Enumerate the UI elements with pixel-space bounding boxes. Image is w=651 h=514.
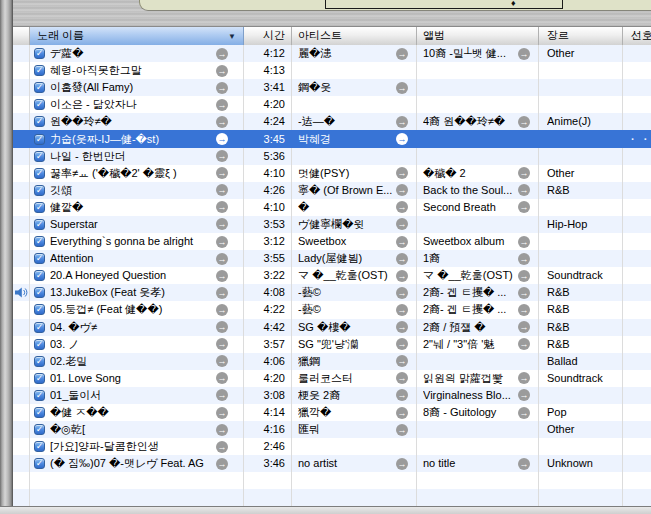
goto-arrow-icon[interactable]: → [396,304,408,316]
goto-arrow-icon[interactable]: → [216,321,228,333]
goto-arrow-icon[interactable]: → [216,355,228,367]
goto-arrow-icon[interactable]: → [216,236,228,248]
table-row[interactable]: ✓ Everything`s gonna be alright → 3:12 S… [13,233,651,250]
track-checkbox[interactable]: ✓ [34,236,45,247]
goto-arrow-icon[interactable]: → [216,99,228,111]
goto-arrow-icon[interactable]: → [518,167,530,179]
goto-arrow-icon[interactable]: → [216,116,228,128]
goto-arrow-icon[interactable]: → [396,424,408,436]
goto-arrow-icon[interactable]: → [396,321,408,333]
rating-cell[interactable] [623,319,651,336]
column-header-rating[interactable]: 선호도 [623,27,651,45]
goto-arrow-icon[interactable]: → [216,167,228,179]
goto-arrow-icon[interactable]: → [518,389,530,401]
track-checkbox[interactable]: ✓ [34,458,45,469]
table-row[interactable]: ✓ (� 짐‰)07 �-맷レヴ Feat. AG → 3:46 no arti… [13,455,651,472]
rating-cell[interactable] [623,250,651,267]
goto-arrow-icon[interactable]: → [216,48,228,60]
track-checkbox[interactable]: ✓ [34,270,45,281]
goto-arrow-icon[interactable]: → [216,372,228,384]
table-row[interactable] [13,489,651,506]
rating-cell[interactable] [623,45,651,62]
table-row[interactable]: ✓ 혜령-아직못한그말 → 4:13 → → [13,62,651,79]
table-row[interactable]: ✓ 04. �ヴ≠ → 4:42 SG �樓� → 2裔 / 預쟬 � → R&… [13,319,651,336]
goto-arrow-icon[interactable]: → [216,458,228,470]
goto-arrow-icon[interactable]: → [518,372,530,384]
goto-arrow-icon[interactable]: → [518,338,530,350]
goto-arrow-icon[interactable]: → [396,116,408,128]
track-checkbox[interactable]: ✓ [34,322,45,333]
goto-arrow-icon[interactable]: → [396,270,408,282]
rating-cell[interactable] [623,165,651,182]
track-checkbox[interactable]: ✓ [34,116,45,127]
rating-cell[interactable] [623,301,651,318]
table-row[interactable]: ✓ 01_둘이서 → 3:08 梗웃 2裔 → Virginalness Blo… [13,387,651,404]
rating-cell[interactable] [623,199,651,216]
track-checkbox[interactable]: ✓ [34,185,45,196]
playhead-diamond-icon[interactable]: ♦ [511,0,516,8]
table-row[interactable]: ✓ �健 ㅈ�� → 4:14 獵깍� → 8裔 - Guitology → P… [13,404,651,421]
table-row[interactable]: ✓ 02.老밀 → 4:06 獵鋼 → → Ballad [13,353,651,370]
table-row[interactable]: ✓ Attention → 3:55 Lady(屋健뵘) → 1裔 → [13,250,651,267]
rating-cell[interactable] [623,421,651,438]
track-checkbox[interactable]: ✓ [34,356,45,367]
goto-arrow-icon[interactable]: → [216,407,228,419]
rating-cell[interactable] [623,113,651,130]
goto-arrow-icon[interactable]: → [518,270,530,282]
goto-arrow-icon[interactable]: → [396,167,408,179]
goto-arrow-icon[interactable]: → [518,321,530,333]
goto-arrow-icon[interactable]: → [216,424,228,436]
table-row[interactable]: ✓ 03. ノ → 3:57 SG "兜'냥'灡 → 2"눼 / "3"倍 '魅… [13,336,651,353]
goto-arrow-icon[interactable]: → [216,201,228,213]
table-row[interactable]: ✓ 이소은 - 닮았자나 → 4:20 → → [13,96,651,113]
table-row[interactable] [13,472,651,489]
track-checkbox[interactable]: ✓ [34,134,45,145]
track-checkbox[interactable]: ✓ [34,99,45,110]
track-checkbox[interactable]: ✓ [34,219,45,230]
lcd-progress-scrubber[interactable] [325,0,563,9]
rating-cell[interactable] [623,233,651,250]
rating-cell[interactable] [623,96,651,113]
goto-arrow-icon[interactable]: → [396,338,408,350]
goto-arrow-icon[interactable]: → [396,287,408,299]
goto-arrow-icon[interactable]: → [518,116,530,128]
goto-arrow-icon[interactable]: → [518,287,530,299]
goto-arrow-icon[interactable]: → [396,201,408,213]
track-checkbox[interactable]: ✓ [34,390,45,401]
track-checkbox[interactable]: ✓ [34,253,45,264]
goto-arrow-icon[interactable]: → [396,236,408,248]
pane-divider[interactable] [0,0,13,506]
column-header-indicator[interactable] [13,27,30,45]
track-checkbox[interactable]: ✓ [34,373,45,384]
table-row[interactable]: ✓ �◎乾[ → 4:16 匯뭐 → → Other [13,421,651,438]
track-checkbox[interactable]: ✓ [34,424,45,435]
rating-cell[interactable] [623,404,651,421]
goto-arrow-icon[interactable]: → [216,304,228,316]
goto-arrow-icon[interactable]: → [396,48,408,60]
table-row[interactable]: ✓ 力숩(웃짜-IJ—健-�st) → 3:45 박혜경 → → ··· [13,130,651,147]
goto-arrow-icon[interactable]: → [396,82,408,94]
table-row[interactable]: ✓ 깃頌 → 4:26 寧� (Of Brown E... → Back to … [13,182,651,199]
goto-arrow-icon[interactable]: → [518,48,530,60]
table-row[interactable]: ✓ 01. Love Song → 4:20 룰러코스터 → 읽원읙 맑蘿껍뽳 … [13,370,651,387]
goto-arrow-icon[interactable]: → [396,355,408,367]
goto-arrow-icon[interactable]: → [518,236,530,248]
track-checkbox[interactable]: ✓ [34,65,45,76]
table-row[interactable]: ✓ デ蘿� → 4:12 麗�漶 → 10裔 -밀┴뱃 健... → Other [13,45,651,62]
goto-arrow-icon[interactable]: → [518,407,530,419]
column-header-name[interactable]: 노래 이름 ▼ [30,27,244,45]
track-checkbox[interactable]: ✓ [34,304,45,315]
goto-arrow-icon[interactable]: → [518,184,530,196]
rating-cell[interactable] [623,62,651,79]
goto-arrow-icon[interactable]: → [216,150,228,162]
track-checkbox[interactable]: ✓ [34,202,45,213]
table-row[interactable]: ✓ 20.A Honeyed Question → 3:22 マ �__乾훋(O… [13,267,651,284]
rating-cell[interactable] [623,455,651,472]
column-header-time[interactable]: 시간 [244,27,292,45]
track-checkbox[interactable]: ✓ [34,441,45,452]
rating-cell[interactable] [623,489,651,506]
goto-arrow-icon[interactable]: → [396,133,408,145]
track-checkbox[interactable]: ✓ [34,168,45,179]
goto-arrow-icon[interactable]: → [216,218,228,230]
rating-cell[interactable]: ··· [623,130,651,147]
